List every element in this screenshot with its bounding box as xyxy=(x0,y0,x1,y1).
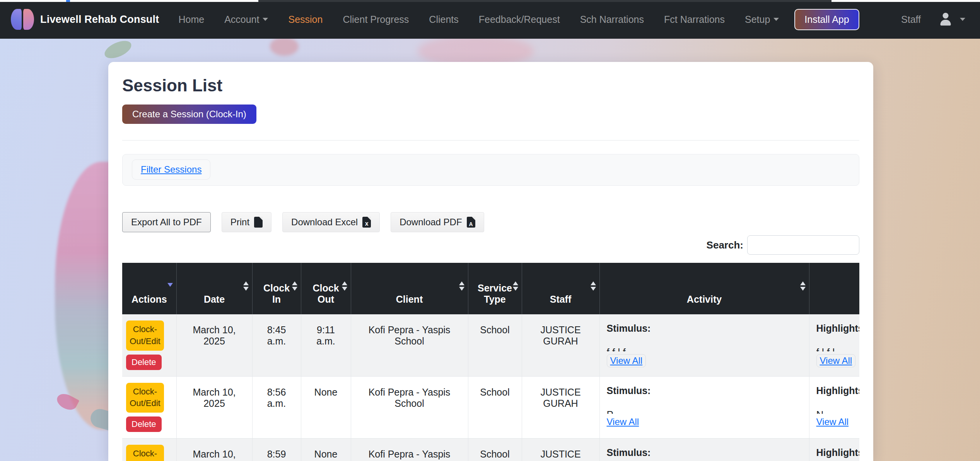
activity-cell: Stimulus: P View All xyxy=(599,376,809,439)
client-cell: Kofi Pepra - Yaspis School xyxy=(351,314,468,376)
activity-view-all-link[interactable]: View All xyxy=(607,416,639,427)
column-header-highlights[interactable] xyxy=(809,263,859,314)
column-header-client[interactable]: Client xyxy=(351,263,468,314)
filter-toggle-box[interactable]: Filter Sessions xyxy=(132,159,210,180)
actions-cell: Clock-Out/Edit Delete xyxy=(122,439,176,461)
sort-icon xyxy=(459,281,464,291)
delete-button[interactable]: Delete xyxy=(126,355,162,370)
highlights-view-all-link[interactable]: View All xyxy=(816,416,849,427)
highlights-label: Highlights: xyxy=(816,385,860,396)
sessions-table: Actions Date Clock In Clock Out xyxy=(122,263,859,461)
column-header-service-type[interactable]: Service Type xyxy=(468,263,522,314)
date-cell: March 10, 2025 xyxy=(176,314,252,376)
nav-item-fct-narrations[interactable]: Fct Narrations xyxy=(664,14,725,25)
clock-in-cell: 8:56 a.m. xyxy=(252,376,301,439)
sort-icon xyxy=(292,281,297,291)
client-cell: Kofi Pepra - Yaspis School xyxy=(351,439,468,461)
clock-out-cell: 9:11 a.m. xyxy=(301,314,351,376)
highlights-cell: Highlights: f l f l View All xyxy=(809,314,859,376)
navbar-right-group: Staff xyxy=(901,12,965,26)
app-root: Livewell Rehab Consult Home Account Sess… xyxy=(0,0,980,461)
window-chrome-strip xyxy=(0,0,980,2)
highlights-label: Highlights: xyxy=(816,323,860,334)
nav-items: Home Account Session Client Progress Cli… xyxy=(178,14,779,25)
column-header-activity[interactable]: Activity xyxy=(599,263,809,314)
clock-out-cell: None xyxy=(301,439,351,461)
staff-cell: JUSTICE GURAH xyxy=(522,314,599,376)
activity-cell: Stimulus: f f l f View All xyxy=(599,314,809,376)
column-header-date[interactable]: Date xyxy=(176,263,252,314)
nav-item-feedback-request[interactable]: Feedback/Request xyxy=(479,14,560,25)
activity-cell: Stimulus: View All xyxy=(599,439,809,461)
excel-file-icon xyxy=(362,217,371,228)
clock-out-edit-button[interactable]: Clock-Out/Edit xyxy=(126,320,164,351)
user-menu[interactable] xyxy=(939,12,965,26)
section-divider xyxy=(122,140,859,141)
search-input[interactable] xyxy=(747,235,859,255)
highlights-cell: Highlights: N View All xyxy=(809,376,859,439)
highlights-preview-clipped: N xyxy=(816,408,860,414)
column-header-staff[interactable]: Staff xyxy=(522,263,599,314)
search-bar: Search: xyxy=(707,235,859,255)
column-header-clock-out[interactable]: Clock Out xyxy=(301,263,351,314)
sort-icon xyxy=(513,281,518,291)
staff-link[interactable]: Staff xyxy=(901,14,921,25)
clock-out-edit-button[interactable]: Clock-Out/Edit xyxy=(126,383,164,413)
sort-icon xyxy=(342,281,347,291)
clock-out-cell: None xyxy=(301,376,351,439)
print-button[interactable]: Print xyxy=(222,212,271,232)
install-app-button[interactable]: Install App xyxy=(794,9,859,30)
brand[interactable]: Livewell Rehab Consult xyxy=(10,8,159,31)
sort-icon xyxy=(800,281,806,291)
actions-cell: Clock-Out/Edit Delete xyxy=(122,314,176,376)
nav-item-session[interactable]: Session xyxy=(288,14,323,25)
activity-view-all-link[interactable]: View All xyxy=(607,354,646,367)
filter-sessions-link[interactable]: Filter Sessions xyxy=(141,164,201,175)
user-avatar-icon xyxy=(939,12,953,26)
brand-name: Livewell Rehab Consult xyxy=(40,14,159,26)
nav-item-clients[interactable]: Clients xyxy=(429,14,458,25)
table-row: Clock-Out/Edit Delete March 10, 2025 8:5… xyxy=(122,439,859,461)
sort-icon xyxy=(591,281,596,291)
brain-logo-icon xyxy=(10,8,35,31)
download-excel-button[interactable]: Download Excel xyxy=(282,212,380,232)
column-header-clock-in[interactable]: Clock In xyxy=(252,263,301,314)
stimulus-label: Stimulus: xyxy=(607,447,802,458)
nav-item-sch-narrations[interactable]: Sch Narrations xyxy=(580,14,644,25)
sessions-table-container: Actions Date Clock In Clock Out xyxy=(122,263,859,461)
table-row: Clock-Out/Edit Delete March 10, 2025 8:4… xyxy=(122,314,859,376)
window-chrome-blue-marker xyxy=(66,0,70,2)
pdf-file-icon xyxy=(467,217,475,228)
nav-item-account[interactable]: Account xyxy=(224,14,268,25)
highlights-label: Highlights: xyxy=(816,447,860,458)
nav-item-setup[interactable]: Setup xyxy=(745,14,779,25)
create-session-button[interactable]: Create a Session (Clock-In) xyxy=(122,105,256,124)
background-red-blob xyxy=(270,37,299,56)
main-card: Session List Create a Session (Clock-In)… xyxy=(108,62,873,461)
highlights-view-all-link[interactable]: View All xyxy=(816,354,856,367)
staff-cell: JUSTICE GURAH xyxy=(522,439,599,461)
nav-item-client-progress[interactable]: Client Progress xyxy=(343,14,409,25)
table-row: Clock-Out/Edit Delete March 10, 2025 8:5… xyxy=(122,376,859,439)
top-navbar: Livewell Rehab Consult Home Account Sess… xyxy=(0,0,980,39)
nav-item-home[interactable]: Home xyxy=(178,14,204,25)
filter-panel: Filter Sessions xyxy=(122,154,859,186)
service-type-cell: School xyxy=(468,314,522,376)
page-title: Session List xyxy=(122,76,222,95)
brain-logo-left-lobe xyxy=(11,9,22,30)
sort-desc-icon xyxy=(167,283,173,287)
caret-down-icon xyxy=(960,18,965,21)
export-all-pdf-button[interactable]: Export All to PDF xyxy=(122,212,211,232)
download-pdf-button[interactable]: Download PDF xyxy=(391,212,484,232)
client-cell: Kofi Pepra - Yaspis School xyxy=(351,376,468,439)
date-cell: March 10, 2025 xyxy=(176,376,252,439)
stimulus-label: Stimulus: xyxy=(607,323,802,334)
column-header-actions[interactable]: Actions xyxy=(122,263,176,314)
service-type-cell: School xyxy=(468,439,522,461)
clock-out-edit-button[interactable]: Clock-Out/Edit xyxy=(126,445,164,461)
window-chrome-dark-segment xyxy=(258,0,831,2)
clock-in-cell: 8:45 a.m. xyxy=(252,314,301,376)
staff-cell: JUSTICE GURAH xyxy=(522,376,599,439)
delete-button[interactable]: Delete xyxy=(126,416,162,432)
actions-cell: Clock-Out/Edit Delete xyxy=(122,376,176,439)
